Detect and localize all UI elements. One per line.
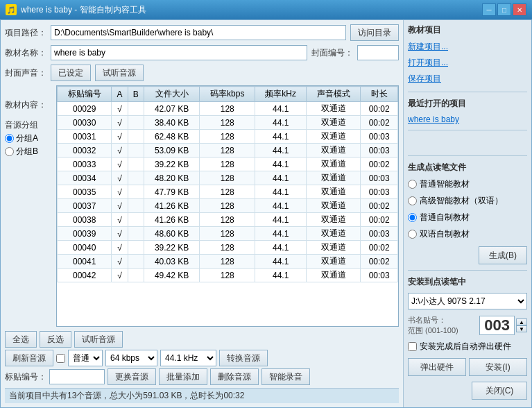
cell-freq: 44.1 (255, 116, 307, 130)
cell-bitrate: 128 (200, 130, 255, 144)
open-project-link[interactable]: 打开项目... (408, 57, 527, 69)
radio-b-label: 分组B (16, 146, 38, 158)
radio-a-label: 分组A (16, 133, 38, 144)
delete-audio-button[interactable]: 删除音源 (210, 368, 259, 385)
preview-audio-button[interactable]: 试听音源 (95, 65, 144, 81)
name-input[interactable] (51, 45, 307, 60)
device-select[interactable]: J:\小达人 907S 2.17 (408, 293, 527, 309)
auto-eject-label: 安装完成后自动弹出硬件 (420, 341, 511, 352)
invert-select-button[interactable]: 反选 (40, 331, 71, 348)
preview-audio-toolbar-button[interactable]: 试听音源 (74, 331, 123, 348)
cell-b (128, 158, 144, 171)
table-row[interactable]: 00034 √ 48.20 KB 128 44.1 双通道 00:03 (58, 171, 398, 185)
cell-b (128, 227, 144, 241)
minimize-button[interactable]: ─ (482, 3, 496, 16)
table-row[interactable]: 00037 √ 41.26 KB 128 44.1 双通道 00:02 (58, 199, 398, 213)
cell-size: 53.09 KB (144, 144, 200, 158)
cell-bitrate: 128 (200, 227, 255, 241)
save-project-link[interactable]: 保存项目 (408, 73, 527, 85)
table-row[interactable]: 00038 √ 41.26 KB 128 44.1 双通道 00:02 (58, 213, 398, 227)
cell-freq: 44.1 (255, 269, 307, 282)
cell-duration: 00:02 (361, 241, 398, 255)
radio-group-a[interactable]: 分组A (5, 133, 53, 144)
normal-select[interactable]: 普通 (68, 350, 103, 366)
table-row[interactable]: 00035 √ 47.79 KB 128 44.1 双通道 00:03 (58, 185, 398, 199)
content-area: 教材内容： 音源分组 分组A 分组B 标贴编号 (5, 85, 399, 327)
table-row[interactable]: 00032 √ 53.09 KB 128 44.1 双通道 00:03 (58, 144, 398, 158)
label-num-input[interactable] (49, 369, 105, 384)
table-row[interactable]: 00042 √ 49.42 KB 128 44.1 双通道 00:03 (58, 269, 398, 282)
table-row[interactable]: 00041 √ 40.03 KB 128 44.1 双通道 00:02 (58, 255, 398, 269)
cell-freq: 44.1 (255, 130, 307, 144)
col-freq: 频率kHz (255, 87, 307, 102)
cell-id: 00034 (58, 171, 112, 185)
refresh-audio-button[interactable]: 刷新音源 (5, 350, 53, 366)
cell-size: 39.22 KB (144, 158, 200, 171)
table-row[interactable]: 00039 √ 48.60 KB 128 44.1 双通道 00:03 (58, 227, 398, 241)
new-project-link[interactable]: 新建项目... (408, 41, 527, 53)
toolbar-row-3: 标贴编号： 更换音源 批量添加 删除音源 智能录音 (5, 368, 399, 385)
gen-radio-3[interactable]: 普通自制教材 (408, 212, 527, 223)
book-id-spinner: ▲ ▼ (516, 318, 527, 332)
gen-radio-1[interactable]: 普通智能教材 (408, 178, 527, 190)
auto-eject-checkbox[interactable] (408, 342, 417, 351)
audio-table-container: 标贴编号 A B 文件大小 码率kbps 频率kHz 声音模式 时长 00029… (56, 85, 399, 327)
cell-bitrate: 128 (200, 144, 255, 158)
close-window-button[interactable]: ✕ (513, 3, 526, 16)
close-button[interactable]: 关闭(C) (472, 382, 527, 400)
bitrate-select[interactable]: 64 kbps 128 kbps (105, 350, 157, 366)
set-button[interactable]: 已设定 (51, 65, 91, 81)
col-size: 文件大小 (144, 87, 200, 102)
col-mode: 声音模式 (307, 87, 361, 102)
visit-dir-button[interactable]: 访问目录 (350, 24, 399, 41)
table-header-row: 标贴编号 A B 文件大小 码率kbps 频率kHz 声音模式 时长 (58, 87, 398, 102)
gen-radio-4[interactable]: 双语自制教材 (408, 228, 527, 240)
cell-a: √ (112, 144, 128, 158)
table-row[interactable]: 00033 √ 39.22 KB 128 44.1 双通道 00:02 (58, 158, 398, 171)
generate-button[interactable]: 生成(B) (479, 246, 527, 264)
normal-checkbox[interactable] (56, 354, 65, 363)
select-all-button[interactable]: 全选 (5, 331, 37, 348)
cell-b (128, 116, 144, 130)
cell-id: 00030 (58, 116, 112, 130)
maximize-button[interactable]: □ (497, 3, 511, 16)
cell-id: 00029 (58, 102, 112, 116)
cell-id: 00041 (58, 255, 112, 269)
recent-title: 最近打开的项目 (408, 98, 527, 110)
table-row[interactable]: 00030 √ 38.40 KB 128 44.1 双通道 00:02 (58, 116, 398, 130)
table-row[interactable]: 00040 √ 39.22 KB 128 44.1 双通道 00:02 (58, 241, 398, 255)
gen-radio-2[interactable]: 高级智能教材（双语） (408, 195, 527, 207)
path-input[interactable] (51, 25, 346, 40)
cell-size: 49.42 KB (144, 269, 200, 282)
cell-mode: 双通道 (307, 171, 361, 185)
eject-button[interactable]: 弹出硬件 (408, 358, 466, 376)
cell-a: √ (112, 213, 128, 227)
cell-size: 62.48 KB (144, 130, 200, 144)
freq-select[interactable]: 44.1 kHz 22.05 kHz (160, 350, 216, 366)
install-title: 安装到点读笔中 (408, 276, 527, 288)
cell-b (128, 144, 144, 158)
radio-group-b[interactable]: 分组B (5, 146, 53, 158)
spinner-down-button[interactable]: ▼ (516, 325, 527, 332)
table-row[interactable]: 00029 √ 42.07 KB 128 44.1 双通道 00:02 (58, 102, 398, 116)
divider-2 (408, 130, 527, 130)
cover-num-input[interactable] (357, 45, 399, 60)
table-row[interactable]: 00031 √ 62.48 KB 128 44.1 双通道 00:03 (58, 130, 398, 144)
batch-add-button[interactable]: 批量添加 (159, 368, 207, 385)
audio-group-panel: 教材内容： 音源分组 分组A 分组B (5, 85, 53, 327)
cell-bitrate: 128 (200, 102, 255, 116)
install-button[interactable]: 安装(I) (469, 358, 527, 376)
auto-eject-row: 安装完成后自动弹出硬件 (408, 341, 527, 352)
cell-bitrate: 128 (200, 213, 255, 227)
label-num-label: 标贴编号： (5, 371, 46, 383)
recent-project-link[interactable]: where is baby (408, 114, 527, 124)
cell-b (128, 102, 144, 116)
spinner-up-button[interactable]: ▲ (516, 318, 527, 325)
record-audio-button[interactable]: 智能录音 (261, 368, 310, 385)
cover-sound-label: 封面声音： (5, 67, 46, 79)
cell-b (128, 255, 144, 269)
cell-b (128, 185, 144, 199)
replace-audio-button[interactable]: 更换音源 (108, 368, 156, 385)
name-row: 教材名称： 封面编号： (5, 45, 399, 60)
convert-audio-button[interactable]: 转换音源 (219, 350, 268, 366)
